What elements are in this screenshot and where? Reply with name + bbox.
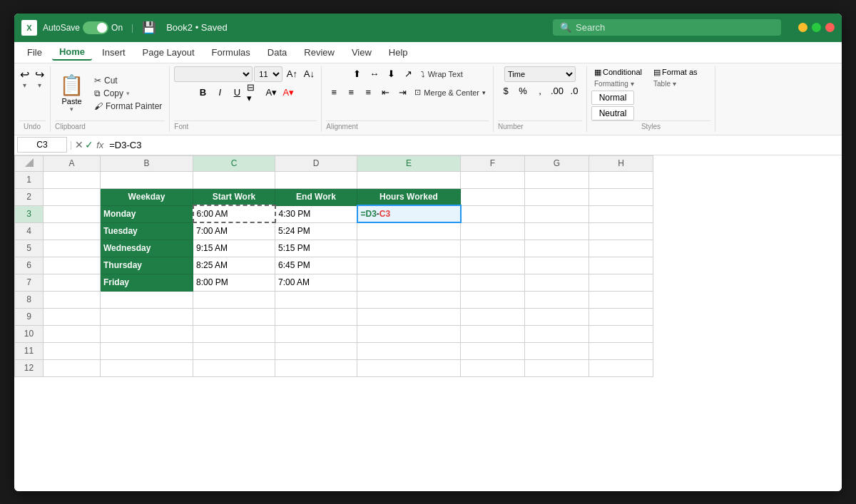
cell-c9[interactable] [193, 308, 275, 325]
cell-d7[interactable]: 7:00 AM [275, 274, 357, 291]
format-as-table-button[interactable]: ▤ Format as [651, 66, 700, 78]
align-right-button[interactable]: ≡ [360, 85, 376, 101]
menu-page-layout[interactable]: Page Layout [136, 45, 202, 60]
cell-h7[interactable] [589, 274, 653, 291]
align-center-button[interactable]: ≡ [343, 85, 359, 101]
cell-reference-input[interactable] [17, 137, 67, 153]
currency-button[interactable]: $ [498, 83, 514, 99]
copy-button[interactable]: ⧉ Copy ▾ [91, 88, 165, 99]
cell-c11[interactable] [193, 342, 275, 359]
search-input[interactable] [576, 22, 774, 33]
cell-f12[interactable] [461, 359, 525, 376]
cell-h1[interactable] [589, 171, 653, 188]
search-bar[interactable]: 🔍 [553, 19, 781, 36]
align-middle-button[interactable]: ↔ [367, 66, 382, 82]
cell-h9[interactable] [589, 308, 653, 325]
cell-e4[interactable] [357, 222, 461, 240]
row-header-4[interactable]: 4 [15, 222, 44, 240]
menu-formulas[interactable]: Formulas [205, 45, 258, 60]
row-header-7[interactable]: 7 [15, 274, 44, 291]
cell-d8[interactable] [275, 291, 357, 308]
font-grow-button[interactable]: A↑ [284, 66, 300, 82]
cell-e1[interactable] [357, 171, 461, 188]
cell-c7[interactable]: 8:00 PM [193, 274, 275, 291]
decrease-decimal-button[interactable]: .00 [549, 83, 565, 99]
cell-e12[interactable] [357, 359, 461, 376]
cell-d6[interactable]: 6:45 PM [275, 257, 357, 274]
cell-h3[interactable] [589, 205, 653, 222]
cell-e8[interactable] [357, 291, 461, 308]
increase-decimal-button[interactable]: .0 [566, 83, 582, 99]
wrap-text-button[interactable]: ⤵ Wrap Text [418, 69, 466, 79]
cell-e11[interactable] [357, 342, 461, 359]
cell-b6[interactable]: Thursday [101, 257, 193, 274]
row-header-8[interactable]: 8 [15, 291, 44, 308]
cell-f9[interactable] [461, 308, 525, 325]
redo-button[interactable]: ↪ ▾ [34, 66, 46, 91]
cell-b3[interactable]: Monday [101, 205, 193, 222]
cell-b2[interactable]: Weekday [101, 188, 193, 205]
cell-h4[interactable] [589, 222, 653, 240]
formula-input[interactable] [106, 140, 839, 150]
col-header-c[interactable]: C [193, 155, 275, 171]
cell-g10[interactable] [525, 325, 589, 342]
font-size-select[interactable]: 11 [254, 66, 282, 82]
minimize-button[interactable] [798, 23, 807, 32]
cell-g1[interactable] [525, 171, 589, 188]
cell-f6[interactable] [461, 257, 525, 274]
row-header-10[interactable]: 10 [15, 325, 44, 342]
menu-file[interactable]: File [20, 45, 49, 60]
conditional-formatting-button[interactable]: ▦ Conditional [591, 66, 645, 78]
row-header-3[interactable]: 3 [15, 205, 44, 222]
cell-b9[interactable] [101, 308, 193, 325]
cell-g9[interactable] [525, 308, 589, 325]
cell-c5[interactable]: 9:15 AM [193, 240, 275, 257]
cell-a4[interactable] [44, 222, 101, 240]
cell-e10[interactable] [357, 325, 461, 342]
font-family-select[interactable] [174, 66, 253, 82]
cell-f10[interactable] [461, 325, 525, 342]
row-header-5[interactable]: 5 [15, 240, 44, 257]
cell-d10[interactable] [275, 325, 357, 342]
col-header-h[interactable]: H [589, 155, 653, 171]
row-header-1[interactable]: 1 [15, 171, 44, 188]
decrease-indent-button[interactable]: ⇤ [377, 85, 393, 101]
cell-a7[interactable] [44, 274, 101, 291]
maximize-button[interactable] [812, 23, 821, 32]
cell-b11[interactable] [101, 342, 193, 359]
cell-h5[interactable] [589, 240, 653, 257]
number-format-select[interactable]: Time [504, 66, 576, 82]
cell-d4[interactable]: 5:24 PM [275, 222, 357, 240]
comma-button[interactable]: , [532, 83, 548, 99]
cell-d1[interactable] [275, 171, 357, 188]
font-shrink-button[interactable]: A↓ [301, 66, 317, 82]
cell-c6[interactable]: 8:25 AM [193, 257, 275, 274]
cell-c12[interactable] [193, 359, 275, 376]
row-header-6[interactable]: 6 [15, 257, 44, 274]
cell-g5[interactable] [525, 240, 589, 257]
cell-g3[interactable] [525, 205, 589, 222]
cell-h12[interactable] [589, 359, 653, 376]
cell-c2[interactable]: Start Work [193, 188, 275, 205]
cell-g4[interactable] [525, 222, 589, 240]
cancel-formula-icon[interactable]: ✕ [75, 139, 83, 150]
cell-e9[interactable] [357, 308, 461, 325]
bold-button[interactable]: B [195, 85, 210, 101]
cell-d12[interactable] [275, 359, 357, 376]
cell-h2[interactable] [589, 188, 653, 205]
cell-c10[interactable] [193, 325, 275, 342]
cell-a6[interactable] [44, 257, 101, 274]
cell-d9[interactable] [275, 308, 357, 325]
align-top-button[interactable]: ⬆ [350, 66, 365, 82]
cell-f2[interactable] [461, 188, 525, 205]
neutral-style-button[interactable]: Neutral [591, 106, 634, 120]
col-header-e[interactable]: E [357, 155, 461, 171]
menu-insert[interactable]: Insert [95, 45, 133, 60]
underline-button[interactable]: U [229, 85, 245, 101]
autosave-toggle[interactable] [83, 21, 108, 34]
cell-a11[interactable] [44, 342, 101, 359]
insert-function-icon[interactable]: fx [96, 140, 103, 150]
cell-g6[interactable] [525, 257, 589, 274]
fill-color-button[interactable]: A▾ [263, 85, 279, 101]
cell-g8[interactable] [525, 291, 589, 308]
